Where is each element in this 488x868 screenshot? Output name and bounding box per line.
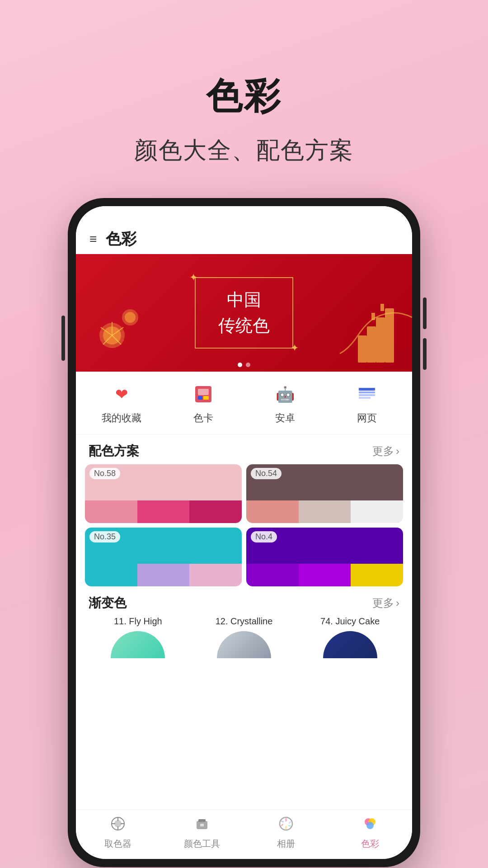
svg-point-3	[125, 312, 136, 323]
scheme-color-11	[299, 564, 351, 586]
gradient-more[interactable]: 更多 ›	[372, 596, 399, 610]
gradient-circle-juicy-cake	[323, 631, 377, 658]
scheme-color-4	[246, 500, 299, 523]
banner-dots	[238, 363, 250, 367]
nav-label-web: 网页	[357, 411, 377, 425]
svg-rect-21	[359, 394, 375, 396]
nav-item-web[interactable]: 网页	[326, 381, 408, 425]
scheme-label-no58: No.58	[89, 468, 120, 479]
album-icon	[278, 816, 294, 835]
fireworks-decoration	[85, 299, 148, 363]
status-bar	[76, 206, 412, 224]
svg-rect-17	[198, 396, 202, 400]
scheme-color-5	[299, 500, 351, 523]
scheme-more[interactable]: 更多 ›	[372, 444, 399, 458]
svg-rect-22	[359, 397, 371, 399]
scheme-color-6	[351, 500, 403, 523]
heart-icon: ❤	[108, 381, 135, 408]
scheme-bottom-no4	[246, 564, 403, 586]
svg-rect-11	[367, 326, 376, 363]
gradient-grid: 11. Fly High 12. Crystalline 74. Juicy C…	[76, 616, 412, 658]
gradient-item-crystalline[interactable]: 12. Crystalline	[191, 616, 297, 658]
svg-rect-13	[380, 304, 384, 311]
tools-icon	[194, 816, 210, 835]
scheme-label-no4: No.4	[251, 531, 277, 542]
scheme-color-10	[246, 564, 299, 586]
svg-rect-16	[198, 389, 209, 395]
bottom-nav-label-color: 色彩	[361, 838, 379, 850]
volume-up-button	[423, 297, 427, 329]
gradient-label-juicy-cake: 74. Juicy Cake	[320, 616, 380, 627]
scheme-section-header: 配色方案 更多 ›	[76, 434, 412, 464]
scheme-color-7	[85, 564, 137, 586]
bottom-nav-tools[interactable]: 颜色工具	[160, 816, 244, 850]
nav-label-favorites: 我的收藏	[102, 411, 141, 425]
gradient-title: 渐变色	[89, 594, 127, 612]
gradient-item-fly-high[interactable]: 11. Fly High	[85, 616, 191, 658]
scheme-title: 配色方案	[89, 443, 139, 460]
color-card-icon	[190, 381, 217, 408]
dot-2	[246, 363, 250, 367]
svg-rect-10	[376, 317, 385, 363]
gradient-circle-crystalline	[217, 631, 271, 658]
gradient-circle-fly-high	[111, 631, 165, 658]
svg-rect-18	[203, 396, 209, 400]
color-icon	[362, 816, 378, 835]
scheme-card-no58[interactable]: No.58	[85, 464, 242, 523]
color-picker-icon	[110, 816, 126, 835]
banner-title-line1: 中国	[218, 287, 270, 313]
nav-label-color-card: 色卡	[193, 411, 213, 425]
scheme-grid: No.58 No.54 No.35	[76, 464, 412, 586]
banner-text-box: 中国 传统色	[195, 277, 293, 349]
main-subtitle: 颜色大全、配色方案	[134, 135, 354, 166]
gradient-section-header: 渐变色 更多 ›	[76, 586, 412, 616]
bottom-nav-album[interactable]: 相册	[244, 816, 328, 850]
header-title: 色彩	[106, 229, 136, 250]
scheme-color-8	[137, 564, 190, 586]
gradient-section: 渐变色 更多 › 11. Fly High 12. Crystalline 74…	[76, 586, 412, 658]
scheme-card-no54[interactable]: No.54	[246, 464, 403, 523]
page-title-area: 色彩 颜色大全、配色方案	[134, 36, 354, 166]
nav-label-android: 安卓	[275, 411, 295, 425]
bottom-nav-label-color-picker: 取色器	[104, 838, 131, 850]
svg-rect-9	[385, 308, 394, 363]
svg-rect-12	[358, 335, 367, 363]
phone-frame: ≡ 色彩	[68, 198, 420, 867]
bottom-nav-label-album: 相册	[277, 838, 295, 850]
scheme-color-9	[189, 564, 242, 586]
svg-rect-20	[359, 392, 375, 393]
scheme-bottom-no58	[85, 500, 242, 523]
bottom-nav-color[interactable]: 色彩	[328, 816, 412, 850]
nav-item-android[interactable]: 🤖 安卓	[244, 381, 326, 425]
volume-down-button	[423, 338, 427, 370]
scheme-color-3	[189, 500, 242, 523]
scheme-color-2	[137, 500, 190, 523]
scheme-card-no4[interactable]: No.4	[246, 528, 403, 586]
nav-icons-row: ❤ 我的收藏 色卡 🤖 安卓	[76, 372, 412, 434]
scheme-color-1	[85, 500, 137, 523]
nav-item-favorites[interactable]: ❤ 我的收藏	[80, 381, 162, 425]
android-icon: 🤖	[272, 381, 299, 408]
banner-title-line2: 传统色	[218, 313, 270, 339]
gradient-label-crystalline: 12. Crystalline	[216, 616, 273, 627]
bottom-nav-color-picker[interactable]: 取色器	[76, 816, 160, 850]
scheme-label-no35: No.35	[89, 531, 120, 542]
great-wall-decoration	[304, 281, 412, 372]
svg-rect-19	[359, 388, 375, 391]
app-header: ≡ 色彩	[76, 224, 412, 254]
banner[interactable]: 中国 传统色	[76, 254, 412, 372]
nav-item-color-card[interactable]: 色卡	[162, 381, 244, 425]
scheme-label-no54: No.54	[251, 468, 282, 479]
web-icon	[353, 381, 380, 408]
gradient-item-juicy-cake[interactable]: 74. Juicy Cake	[297, 616, 403, 658]
bottom-nav: 取色器 颜色工具	[76, 810, 412, 859]
gradient-label-fly-high: 11. Fly High	[114, 616, 162, 627]
main-title: 色彩	[134, 72, 354, 121]
menu-icon[interactable]: ≡	[89, 232, 97, 246]
svg-point-31	[366, 822, 374, 829]
scheme-card-no35[interactable]: No.35	[85, 528, 242, 586]
svg-rect-27	[200, 824, 204, 826]
scheme-bottom-no54	[246, 500, 403, 523]
phone-screen: ≡ 色彩	[76, 206, 412, 859]
dot-1	[238, 363, 242, 367]
